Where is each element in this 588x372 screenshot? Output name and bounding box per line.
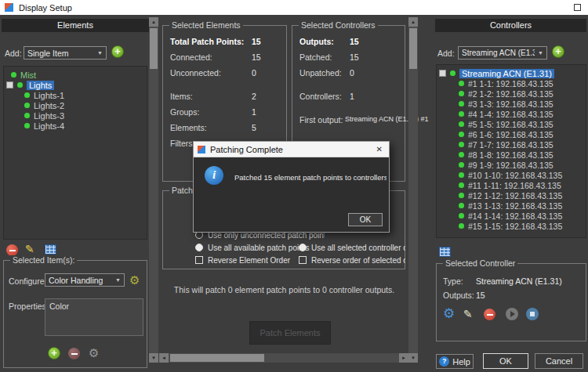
remove-element-button[interactable] <box>6 244 18 256</box>
stop-controller-icon[interactable] <box>526 308 539 320</box>
patching-right-options: Use all selected controller outputsRever… <box>299 241 405 266</box>
scrollbar-thumb[interactable] <box>150 28 158 69</box>
stat-label: Elements: <box>170 123 207 132</box>
tree-expander-icon[interactable] <box>6 81 13 88</box>
elements-panel-header: Elements <box>2 19 149 32</box>
controller-output-item[interactable]: #1 1-1: 192.168.43.135 <box>437 78 586 88</box>
patch-option-row[interactable]: Reverse order of selected outputs <box>299 254 405 266</box>
dialog-message: Patched 15 element patch points to contr… <box>234 173 387 182</box>
scrollbar-thumb[interactable] <box>170 354 264 362</box>
patched-status-dot <box>459 223 464 229</box>
tree-expander-icon[interactable] <box>439 70 446 77</box>
left-scrollbar[interactable]: ▲ ▼ <box>149 17 158 363</box>
output-label: #7 1-7: 192.168.43.135 <box>468 140 554 150</box>
controller-output-item[interactable]: #4 1-4: 192.168.43.135 <box>437 109 586 119</box>
configure-settings-icon[interactable]: ⚙ <box>129 274 140 286</box>
element-tree-item[interactable]: Lights-2 <box>4 100 147 110</box>
element-tree-item[interactable]: Lights-1 <box>4 90 147 100</box>
patched-status-dot <box>24 92 30 98</box>
controller-output-item[interactable]: #5 1-5: 192.168.43.135 <box>437 119 586 129</box>
controller-table-icon[interactable] <box>439 247 451 257</box>
stat-label: Total Patch Points: <box>170 37 244 46</box>
help-button[interactable]: ? Help <box>436 354 474 369</box>
controller-outputs-readout: 15 <box>476 291 485 300</box>
stat-row: Items:2 <box>170 92 283 107</box>
controller-output-item[interactable]: #9 1-9: 192.168.43.135 <box>437 160 586 170</box>
output-label: #4 1-4: 192.168.43.135 <box>468 110 554 119</box>
checkbox-icon[interactable] <box>195 256 203 264</box>
info-icon: i <box>205 166 223 185</box>
add-element-button[interactable]: + <box>111 45 124 58</box>
ok-button[interactable]: OK <box>483 353 528 369</box>
controllers-add-label: Add: <box>437 49 455 58</box>
close-icon[interactable]: ✕ <box>376 145 383 153</box>
patched-status-dot <box>17 82 23 88</box>
property-item[interactable]: Color <box>49 302 139 312</box>
controller-type-value: Streaming ACN (E1.31) <box>462 49 535 57</box>
controller-output-item[interactable]: #14 1-14: 192.168.43.135 <box>437 211 586 221</box>
checkbox-icon[interactable] <box>299 256 307 264</box>
patch-option-label: Use all selected controller outputs <box>311 244 405 252</box>
output-label: #2 1-2: 192.168.43.135 <box>468 89 554 99</box>
patch-option-row[interactable]: Use all selected controller outputs <box>299 241 405 254</box>
output-label: #9 1-9: 192.168.43.135 <box>468 161 554 170</box>
controller-tree-root[interactable]: Streaming ACN (E1.31) <box>437 68 586 78</box>
cancel-button[interactable]: Cancel <box>535 353 583 369</box>
element-tree-item[interactable]: Lights-4 <box>4 121 147 131</box>
dialog-ok-button[interactable]: OK <box>348 213 383 226</box>
output-label: #6 1-6: 192.168.43.135 <box>468 130 554 139</box>
middle-hscrollbar[interactable]: ◄ ► <box>159 353 408 363</box>
radio-icon[interactable] <box>195 244 203 251</box>
controllers-tree[interactable]: Streaming ACN (E1.31)#1 1-1: 192.168.43.… <box>436 64 586 238</box>
element-table-icon[interactable] <box>45 244 56 255</box>
controller-output-item[interactable]: #10 1-10: 192.168.43.135 <box>437 170 586 180</box>
element-tree-item[interactable]: Mist <box>4 70 147 80</box>
selected-controller-title: Selected Controller <box>443 258 517 268</box>
stat-value: 15 <box>252 52 261 62</box>
element-type-dropdown[interactable]: Single Item ▼ <box>24 46 107 60</box>
controller-output-item[interactable]: #3 1-3: 192.168.43.135 <box>437 99 586 109</box>
properties-list[interactable]: Color <box>45 298 143 336</box>
controller-output-item[interactable]: #2 1-2: 192.168.43.135 <box>437 88 586 99</box>
remove-property-button[interactable] <box>68 348 80 359</box>
elements-tree[interactable]: MistLightsLights-1Lights-2Lights-3Lights… <box>3 66 147 240</box>
controller-output-item[interactable]: #6 1-6: 192.168.43.135 <box>437 129 586 139</box>
scrollbar-thumb[interactable] <box>409 28 417 69</box>
configure-dropdown[interactable]: Color Handling ▼ <box>45 273 125 287</box>
help-label: Help <box>452 357 470 367</box>
patched-status-dot <box>459 132 464 137</box>
stat-value: 1 <box>252 107 256 117</box>
scroll-right-icon[interactable]: ► <box>399 353 408 363</box>
property-settings-icon[interactable]: ⚙ <box>89 347 99 359</box>
add-controller-button[interactable]: + <box>552 45 564 58</box>
edit-controller-icon[interactable]: ✎ <box>463 309 473 320</box>
radio-icon[interactable] <box>299 244 307 251</box>
scroll-left-icon[interactable]: ◄ <box>159 353 169 363</box>
controller-output-item[interactable]: #13 1-13: 192.168.43.135 <box>437 200 586 211</box>
controller-output-item[interactable]: #7 1-7: 192.168.43.135 <box>437 139 586 150</box>
scroll-down-icon[interactable]: ▼ <box>408 353 418 363</box>
middle-scrollbar[interactable]: ▲ ▼ <box>408 17 418 363</box>
start-controller-icon[interactable] <box>506 308 518 320</box>
controller-output-item[interactable]: #8 1-8: 192.168.43.135 <box>437 150 586 160</box>
controller-output-item[interactable]: #12 1-12: 192.168.43.135 <box>437 190 586 200</box>
patch-elements-button[interactable]: Patch Elements <box>249 321 331 345</box>
controller-settings-icon[interactable]: ⚙ <box>443 308 455 320</box>
patch-option-label: Reverse order of selected outputs <box>311 256 405 265</box>
scroll-down-icon[interactable]: ▼ <box>149 353 158 363</box>
remove-controller-button[interactable] <box>484 309 495 320</box>
controller-type-dropdown[interactable]: Streaming ACN (E1.31) ▼ <box>458 46 547 60</box>
element-label: Lights-3 <box>34 111 64 121</box>
stat-label: Outputs: <box>299 37 334 46</box>
edit-element-icon[interactable]: ✎ <box>25 244 34 255</box>
controller-output-item[interactable]: #11 1-11: 192.168.43.135 <box>437 180 586 190</box>
selected-elements-stats: Total Patch Points:15Connected:15Unconne… <box>170 37 283 154</box>
scroll-up-icon[interactable]: ▲ <box>149 17 158 27</box>
add-property-button[interactable]: + <box>48 347 60 359</box>
maximize-icon[interactable] <box>574 4 581 11</box>
patched-status-dot <box>459 101 464 107</box>
controller-output-item[interactable]: #15 1-15: 192.168.43.135 <box>437 221 586 231</box>
scroll-up-icon[interactable]: ▲ <box>408 17 418 27</box>
element-tree-item[interactable]: Lights <box>4 80 147 90</box>
element-tree-item[interactable]: Lights-3 <box>4 110 147 121</box>
